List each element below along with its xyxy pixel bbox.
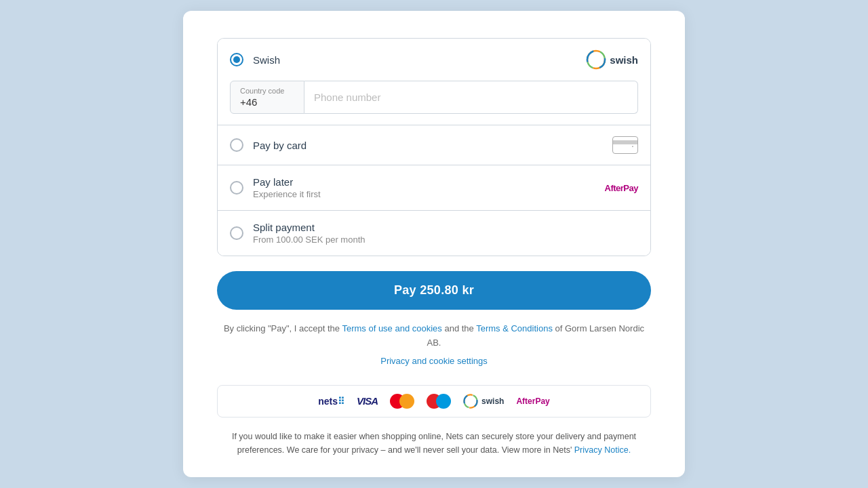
- split-text: Split payment From 100.00 SEK per month: [253, 222, 638, 245]
- swish-radio[interactable]: [230, 53, 243, 66]
- paylater-text: Pay later Experience it first: [253, 176, 605, 199]
- payment-logos-bar: nets⠿ VISA swish AfterPay: [217, 385, 651, 418]
- afterpay-logo-area: AfterPay: [605, 183, 638, 193]
- nets-logo: nets⠿: [318, 396, 344, 407]
- payment-container: Swish swish Country code +46: [183, 11, 685, 477]
- country-code-label: Country code: [240, 87, 294, 95]
- privacy-link[interactable]: Privacy and cookie settings: [217, 356, 651, 366]
- visa-logo: VISA: [357, 395, 378, 407]
- paylater-sublabel: Experience it first: [253, 189, 605, 199]
- swish-logo: swish: [586, 49, 638, 70]
- split-label: Split payment: [253, 222, 638, 233]
- card-radio[interactable]: [230, 138, 243, 152]
- card-icon: [612, 136, 638, 154]
- swish-section: Swish swish Country code +46: [218, 39, 650, 125]
- card-option[interactable]: Pay by card: [218, 125, 650, 165]
- card-icon-area: [612, 136, 638, 154]
- split-radio[interactable]: [230, 226, 243, 240]
- footer-text: If you would like to make it easier when…: [217, 430, 651, 457]
- swish-bar-text: swish: [481, 396, 504, 406]
- paylater-option[interactable]: Pay later Experience it first AfterPay: [218, 165, 650, 211]
- country-code-value: +46: [240, 96, 294, 108]
- terms-link[interactable]: Terms of use and cookies: [342, 323, 441, 333]
- swish-icon: [586, 49, 606, 70]
- mae-blue-circle: [436, 394, 451, 409]
- swish-bar-icon: [463, 394, 478, 409]
- payment-options-list: Swish swish Country code +46: [217, 38, 651, 256]
- terms-conditions-link[interactable]: Terms & Conditions: [476, 323, 553, 333]
- phone-row: Country code +46: [218, 81, 650, 125]
- afterpay-logo: AfterPay: [605, 183, 638, 193]
- paylater-label: Pay later: [253, 176, 605, 188]
- card-label: Pay by card: [253, 140, 612, 151]
- split-sublabel: From 100.00 SEK per month: [253, 235, 638, 245]
- mc-yellow-circle: [399, 394, 414, 409]
- country-code-box[interactable]: Country code +46: [230, 81, 304, 114]
- maestro-logo: [427, 394, 451, 409]
- afterpay-bar-logo: AfterPay: [516, 396, 549, 406]
- split-option[interactable]: Split payment From 100.00 SEK per month: [218, 211, 650, 256]
- privacy-notice-link[interactable]: Privacy Notice.: [574, 445, 631, 455]
- swish-option[interactable]: Swish swish: [218, 39, 650, 81]
- pay-button[interactable]: Pay 250.80 kr: [217, 271, 651, 310]
- swish-text-logo: swish: [610, 54, 638, 66]
- swish-label: Swish: [253, 54, 586, 66]
- swish-logo-bar: swish: [463, 394, 504, 409]
- legal-text: By clicking "Pay", I accept the Terms of…: [217, 322, 651, 350]
- phone-number-input[interactable]: [304, 81, 638, 114]
- mastercard-logo: [390, 394, 414, 409]
- paylater-radio[interactable]: [230, 181, 243, 195]
